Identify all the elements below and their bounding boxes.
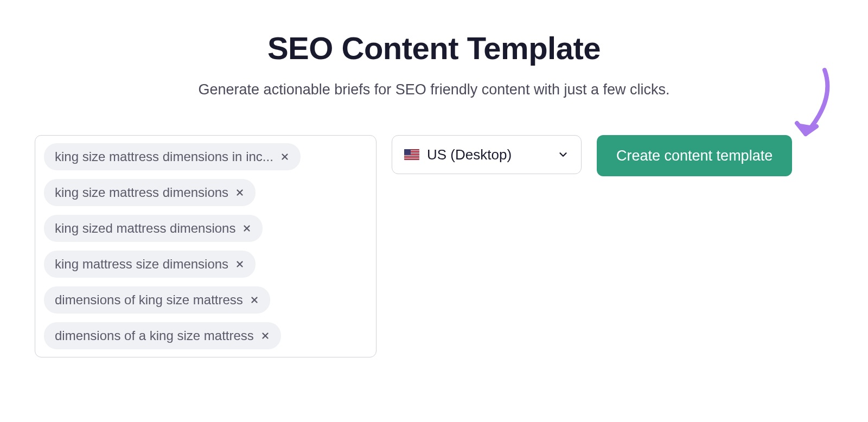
keyword-tag: dimensions of king size mattress xyxy=(44,286,270,314)
keyword-tag: dimensions of a king size mattress xyxy=(44,322,281,349)
keyword-label: king mattress size dimensions xyxy=(55,257,228,272)
close-icon[interactable] xyxy=(259,330,271,342)
close-icon[interactable] xyxy=(241,222,253,234)
keyword-label: dimensions of a king size mattress xyxy=(55,328,254,343)
controls-row: king size mattress dimensions in inc... … xyxy=(0,135,868,357)
page-title: SEO Content Template xyxy=(0,30,868,66)
keyword-label: king size mattress dimensions xyxy=(55,185,228,200)
keyword-label: king sized mattress dimensions xyxy=(55,221,235,236)
keyword-tag: king sized mattress dimensions xyxy=(44,215,263,242)
page-subtitle: Generate actionable briefs for SEO frien… xyxy=(0,81,868,98)
keyword-tag: king mattress size dimensions xyxy=(44,251,256,278)
keywords-input[interactable]: king size mattress dimensions in inc... … xyxy=(35,135,376,357)
keyword-label: dimensions of king size mattress xyxy=(55,292,243,308)
close-icon[interactable] xyxy=(248,294,260,306)
close-icon[interactable] xyxy=(234,258,246,270)
us-flag-icon xyxy=(404,149,419,160)
locale-label: US (Desktop) xyxy=(427,146,512,163)
keyword-tag: king size mattress dimensions in inc... xyxy=(44,143,301,170)
create-content-template-button[interactable]: Create content template xyxy=(597,135,792,176)
close-icon[interactable] xyxy=(234,187,246,199)
close-icon[interactable] xyxy=(279,151,291,163)
keyword-label: king size mattress dimensions in inc... xyxy=(55,149,273,164)
locale-value: US (Desktop) xyxy=(404,146,512,163)
chevron-down-icon xyxy=(557,149,569,161)
locale-select[interactable]: US (Desktop) xyxy=(392,135,582,174)
keyword-tag: king size mattress dimensions xyxy=(44,179,256,206)
